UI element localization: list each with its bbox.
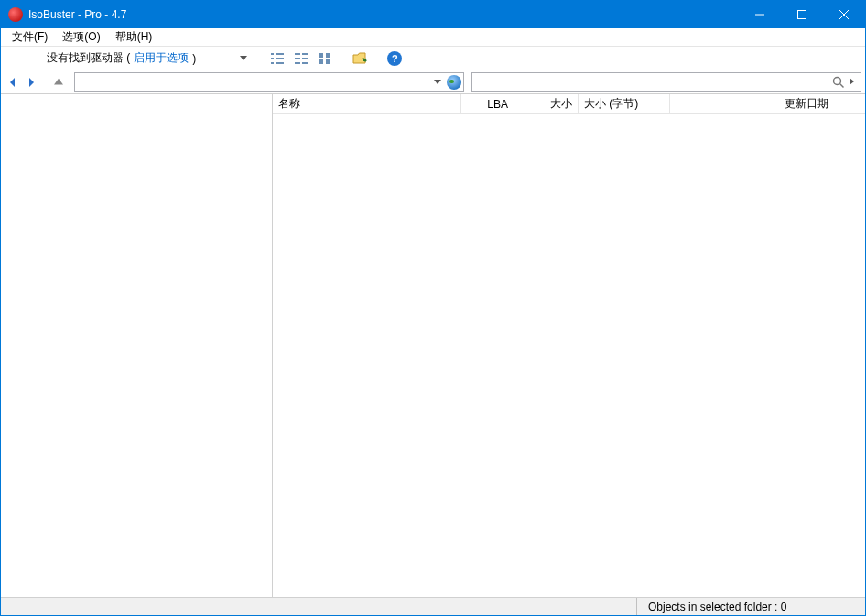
menu-help[interactable]: 帮助(H) [108, 27, 160, 47]
nav-toolbar [1, 70, 865, 94]
folder-icon [352, 52, 367, 65]
search-icon[interactable] [831, 75, 846, 90]
view-details-button[interactable] [291, 49, 311, 69]
window-controls [739, 1, 865, 28]
search-more-arrow[interactable] [846, 77, 859, 87]
titlebar[interactable]: IsoBuster - Pro - 4.7 [1, 1, 865, 28]
menu-file[interactable]: 文件(F) [5, 27, 55, 47]
app-icon [8, 7, 23, 22]
large-icons-icon [319, 53, 331, 64]
help-button[interactable]: ? [384, 49, 405, 69]
svg-point-4 [834, 77, 841, 84]
list-icon [271, 53, 284, 64]
nav-back-button[interactable] [5, 74, 21, 91]
help-icon: ? [387, 51, 402, 66]
drive-toolbar: 没有找到驱动器 ( 启用于选项 ) ? [1, 47, 865, 70]
statusbar: Objects in selected folder : 0 [1, 597, 865, 615]
nav-forward-button[interactable] [23, 74, 39, 91]
close-button[interactable] [823, 1, 865, 28]
tree-panel[interactable] [1, 94, 273, 597]
main-area: 名称 LBA 大小 大小 (字节) 更新日期 [1, 94, 865, 597]
svg-rect-1 [798, 11, 806, 19]
view-large-button[interactable] [315, 49, 335, 69]
drive-dropdown-arrow[interactable] [236, 53, 251, 63]
search-input[interactable] [476, 76, 831, 89]
nav-up-button[interactable] [50, 74, 67, 91]
enable-options-link[interactable]: 启用于选项 [134, 50, 189, 66]
search-box[interactable] [471, 72, 861, 92]
status-folder-count: Objects in selected folder : 0 [636, 598, 865, 615]
svg-line-5 [840, 83, 844, 87]
list-panel: 名称 LBA 大小 大小 (字节) 更新日期 [273, 94, 865, 597]
globe-icon[interactable] [447, 75, 461, 90]
path-dropdown-arrow[interactable] [430, 77, 445, 87]
list-header: 名称 LBA 大小 大小 (字节) 更新日期 [273, 94, 865, 114]
path-input[interactable] [79, 76, 430, 89]
list-body[interactable] [273, 114, 865, 597]
view-list-button[interactable] [267, 49, 287, 69]
column-lba[interactable]: LBA [461, 94, 514, 113]
open-folder-button[interactable] [350, 49, 370, 69]
no-drive-text: 没有找到驱动器 ( [47, 50, 130, 66]
column-size-bytes[interactable]: 大小 (字节) [579, 94, 670, 113]
path-combo[interactable] [74, 72, 464, 92]
details-icon [295, 53, 308, 64]
column-date[interactable]: 更新日期 [670, 94, 865, 113]
maximize-button[interactable] [781, 1, 823, 28]
window-title: IsoBuster - Pro - 4.7 [28, 8, 739, 21]
column-size[interactable]: 大小 [514, 94, 579, 113]
menubar: 文件(F) 选项(O) 帮助(H) [1, 28, 865, 47]
minimize-button[interactable] [739, 1, 781, 28]
column-name[interactable]: 名称 [273, 94, 461, 113]
menu-options[interactable]: 选项(O) [55, 27, 107, 47]
no-drive-suffix: ) [192, 52, 196, 65]
